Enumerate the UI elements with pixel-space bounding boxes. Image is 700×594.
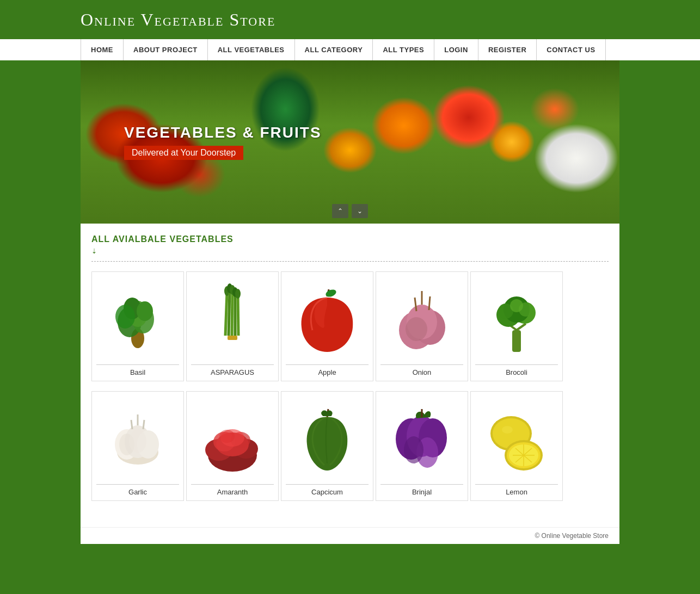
nav-item-all-types[interactable]: ALL TYPES xyxy=(373,39,434,60)
product-image-lemon xyxy=(477,398,556,480)
svg-point-17 xyxy=(235,289,241,299)
svg-line-25 xyxy=(429,296,430,310)
product-divider xyxy=(191,364,274,365)
broccoli-icon xyxy=(481,281,552,357)
svg-line-8 xyxy=(225,292,227,336)
svg-point-62 xyxy=(502,426,513,434)
product-name-onion: Onion xyxy=(413,368,432,376)
basil-icon xyxy=(102,281,173,357)
svg-rect-7 xyxy=(228,336,237,340)
svg-line-44 xyxy=(143,420,144,429)
product-divider xyxy=(380,364,463,365)
svg-line-16 xyxy=(238,295,238,336)
svg-point-19 xyxy=(325,288,337,298)
product-image-brocoli xyxy=(477,279,556,360)
svg-line-42 xyxy=(131,420,132,429)
product-card-asparagus[interactable]: ASPARAGUS xyxy=(186,271,279,381)
main-nav: HOME ABOUT PROJECT ALL VEGETABLES ALL CA… xyxy=(0,38,700,60)
svg-line-29 xyxy=(517,324,526,330)
product-image-basil xyxy=(99,279,177,360)
nav-item-register[interactable]: REGISTER xyxy=(478,39,537,60)
product-card-apple[interactable]: Apple xyxy=(281,271,373,381)
product-card-brinjal[interactable]: Brinjal xyxy=(376,391,468,501)
product-grid-row-2: Garlic Amaranth xyxy=(91,391,609,505)
nav-link-all-cat[interactable]: ALL CATEGORY xyxy=(295,39,373,60)
svg-point-35 xyxy=(510,299,523,312)
product-image-asparagus xyxy=(193,279,272,360)
product-card-basil[interactable]: Basil xyxy=(91,271,184,381)
capsicum-icon xyxy=(292,401,363,477)
hero-banner: VEGETABLES & FRUITS Delivered at Your Do… xyxy=(81,60,619,224)
svg-rect-27 xyxy=(512,330,521,352)
garlic-icon xyxy=(102,401,173,477)
product-name-garlic: Garlic xyxy=(128,488,147,496)
nav-item-all-cat[interactable]: ALL CATEGORY xyxy=(295,39,373,60)
svg-point-52 xyxy=(219,430,235,443)
banner-subtitle: Delivered at Your Doorstep xyxy=(124,146,243,160)
product-name-amaranth: Amaranth xyxy=(217,488,248,496)
site-footer: © Online Vegetable Store xyxy=(81,527,619,544)
product-name-brocoli: Brocoli xyxy=(506,368,527,376)
banner-text: VEGETABLES & FRUITS Delivered at Your Do… xyxy=(124,124,322,160)
product-card-lemon[interactable]: Lemon xyxy=(470,391,563,501)
product-image-garlic xyxy=(99,398,177,480)
product-image-onion xyxy=(383,279,462,360)
product-name-lemon: Lemon xyxy=(506,488,527,496)
amaranth-icon xyxy=(197,401,268,477)
banner-next-button[interactable]: ⌄ xyxy=(352,204,368,218)
apple-icon xyxy=(292,281,363,357)
svg-point-26 xyxy=(406,317,427,341)
product-image-capsicum xyxy=(288,398,367,480)
footer-copyright: © Online Vegetable Store xyxy=(535,532,609,540)
product-divider xyxy=(286,364,369,365)
product-card-capsicum[interactable]: Capcicum xyxy=(281,391,373,501)
product-name-capsicum: Capcicum xyxy=(311,488,343,496)
nav-link-login[interactable]: LOGIN xyxy=(434,39,478,60)
product-name-brinjal: Brinjal xyxy=(412,488,432,496)
product-name-basil: Basil xyxy=(130,368,145,376)
section-divider xyxy=(91,261,609,262)
svg-point-41 xyxy=(129,429,146,453)
product-divider xyxy=(475,484,558,485)
nav-item-about[interactable]: ABOUT PROJECT xyxy=(124,39,208,60)
site-title: Online Vegetable Store xyxy=(81,10,619,30)
product-divider xyxy=(380,484,463,485)
asparagus-icon xyxy=(197,281,268,357)
product-divider xyxy=(96,484,179,485)
banner-controls: ⌃ ⌄ xyxy=(332,204,368,218)
product-name-apple: Apple xyxy=(318,368,336,376)
section-arrow: ⇣ xyxy=(91,247,609,256)
product-name-asparagus: ASPARAGUS xyxy=(211,368,254,376)
svg-point-58 xyxy=(404,436,423,463)
section-title: ALL AVIALBALE VEGETABLES xyxy=(91,234,609,244)
product-image-brinjal xyxy=(383,398,462,480)
brinjal-icon xyxy=(386,401,457,477)
nav-link-all-veg[interactable]: ALL VEGETABLES xyxy=(208,39,295,60)
product-divider xyxy=(475,364,558,365)
product-grid-row-1: Basil xyxy=(91,271,609,386)
product-card-onion[interactable]: Onion xyxy=(376,271,468,381)
nav-item-contact[interactable]: CONTACT US xyxy=(537,39,605,60)
product-divider xyxy=(96,364,179,365)
product-card-garlic[interactable]: Garlic xyxy=(91,391,184,501)
svg-point-6 xyxy=(115,305,135,329)
nav-link-register[interactable]: REGISTER xyxy=(478,39,537,60)
nav-link-about[interactable]: ABOUT PROJECT xyxy=(124,39,208,60)
nav-link-home[interactable]: HOME xyxy=(81,39,124,60)
product-card-brocoli[interactable]: Brocoli xyxy=(470,271,563,381)
lemon-icon xyxy=(481,401,552,477)
nav-link-all-types[interactable]: ALL TYPES xyxy=(373,39,434,60)
product-card-amaranth[interactable]: Amaranth xyxy=(186,391,279,501)
svg-point-5 xyxy=(137,301,153,321)
banner-title: VEGETABLES & FRUITS xyxy=(124,124,322,141)
banner-prev-button[interactable]: ⌃ xyxy=(332,204,348,218)
page-wrapper: Online Vegetable Store HOME ABOUT PROJEC… xyxy=(0,0,700,544)
product-image-amaranth xyxy=(193,398,272,480)
product-divider xyxy=(286,484,369,485)
nav-item-home[interactable]: HOME xyxy=(81,39,124,60)
nav-item-login[interactable]: LOGIN xyxy=(434,39,478,60)
nav-link-contact[interactable]: CONTACT US xyxy=(537,39,605,60)
nav-item-all-veg[interactable]: ALL VEGETABLES xyxy=(208,39,295,60)
site-header: Online Vegetable Store xyxy=(0,0,700,38)
svg-line-10 xyxy=(229,289,230,336)
